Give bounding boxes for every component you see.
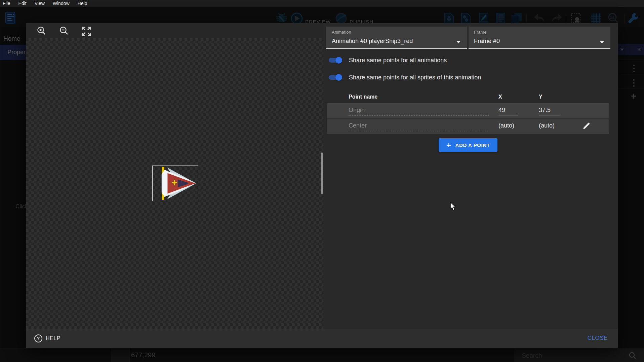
- help-label: HELP: [46, 335, 61, 341]
- point-row-center: Center (auto) (auto): [327, 119, 609, 134]
- frame-select-value: Frame #0: [474, 38, 500, 45]
- share-points-animations-toggle[interactable]: [329, 57, 342, 64]
- menu-help[interactable]: Help: [78, 1, 87, 6]
- chevron-down-icon: [456, 41, 461, 43]
- point-y-field[interactable]: 37.5: [539, 107, 560, 115]
- help-button[interactable]: ? HELP: [34, 334, 61, 343]
- zoom-in-icon[interactable]: [36, 26, 47, 37]
- add-point-button[interactable]: + ADD A POINT: [439, 138, 497, 152]
- point-x-field[interactable]: 49: [498, 107, 518, 115]
- zoom-out-icon[interactable]: [58, 26, 70, 37]
- edit-pencil-icon[interactable]: [582, 121, 592, 131]
- plus-icon: +: [446, 141, 451, 149]
- frame-select-label: Frame: [474, 30, 487, 35]
- canvas-scrollbar[interactable]: [321, 152, 323, 194]
- menu-edit[interactable]: Edit: [18, 1, 27, 6]
- menu-view[interactable]: View: [35, 1, 45, 6]
- share-points-animations-row: Share same points for all animations: [329, 55, 447, 66]
- close-button[interactable]: CLOSE: [588, 335, 608, 341]
- menu-window[interactable]: Window: [53, 1, 70, 6]
- player-ship-sprite[interactable]: [153, 166, 198, 201]
- animation-select-label: Animation: [332, 30, 351, 35]
- menu-bar: File Edit View Window Help: [0, 0, 644, 7]
- point-x-field[interactable]: (auto): [498, 122, 518, 129]
- frame-select[interactable]: Frame Frame #0: [469, 27, 610, 49]
- help-question-icon: ?: [34, 334, 43, 343]
- column-y: Y: [539, 94, 542, 100]
- points-table-header: Point name X Y: [327, 91, 609, 103]
- menu-file[interactable]: File: [3, 1, 10, 6]
- fit-to-screen-icon[interactable]: [81, 26, 92, 37]
- column-x: X: [498, 94, 502, 100]
- points-panel: Animation Animation #0 playerShip3_red F…: [323, 23, 618, 329]
- sprite-bounding-box[interactable]: [152, 166, 198, 201]
- svg-text:?: ?: [37, 336, 40, 341]
- points-editor-canvas[interactable]: [26, 23, 323, 329]
- toggle-label: Share same points for all animations: [349, 57, 447, 64]
- toggle-label: Share same points for all sprites of thi…: [349, 74, 481, 81]
- share-points-sprites-toggle[interactable]: [329, 74, 342, 81]
- share-points-sprites-row: Share same points for all sprites of thi…: [329, 72, 481, 83]
- edit-points-dialog: Animation Animation #0 playerShip3_red F…: [26, 23, 618, 348]
- chevron-down-icon: [600, 41, 604, 43]
- point-row-origin: Origin 49 37.5: [327, 103, 609, 118]
- column-point-name: Point name: [349, 94, 377, 100]
- canvas-toolbar: [26, 23, 323, 38]
- add-point-label: ADD A POINT: [455, 142, 490, 148]
- animation-select[interactable]: Animation Animation #0 playerShip3_red: [326, 27, 467, 49]
- point-name-field[interactable]: Center: [349, 122, 489, 131]
- dialog-footer: ? HELP CLOSE: [26, 329, 618, 348]
- animation-select-value: Animation #0 playerShip3_red: [332, 38, 413, 45]
- point-y-field[interactable]: (auto): [539, 122, 560, 129]
- point-name-field[interactable]: Origin: [349, 107, 489, 116]
